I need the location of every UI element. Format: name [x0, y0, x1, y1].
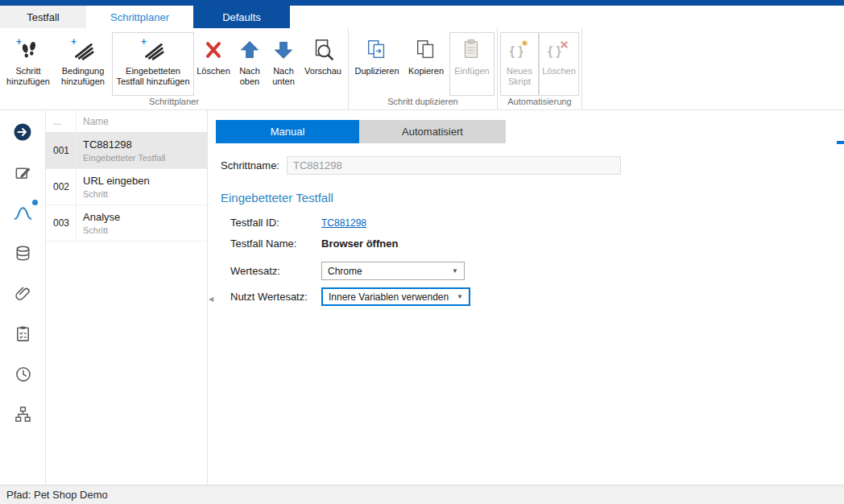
testfall-id-label: Testfall ID:	[230, 217, 321, 229]
column-header-num: ...	[46, 110, 77, 132]
step-name: URL eingeben	[83, 175, 201, 187]
testfall-id-link[interactable]: TC881298	[321, 217, 366, 229]
steps-list-header: ... Name	[46, 110, 207, 133]
new-script-button: { } ✱ Neues Skript	[500, 32, 539, 96]
svg-text:{ }: { }	[548, 44, 561, 58]
attachment-icon	[14, 284, 32, 303]
chevron-down-icon: ▼	[457, 293, 463, 300]
title-bar-strip	[0, 0, 844, 6]
button-label: Schritt hinzufügen	[5, 66, 52, 87]
tab-testfall[interactable]: Testfall	[0, 6, 86, 28]
sidebar-item-go[interactable]	[10, 122, 35, 143]
steps-list-panel: ... Name 001 TC881298 Eingebetteter Test…	[46, 110, 208, 485]
sidebar-item-data[interactable]	[10, 242, 35, 263]
group-label-automatisierung: Automatisierung	[500, 96, 579, 109]
steps-curve-icon	[13, 203, 33, 223]
step-name: TC881298	[83, 138, 201, 151]
wertesatz-selected-value: Chrome	[328, 266, 362, 277]
move-down-button[interactable]: Nach unten	[267, 32, 300, 96]
delete-script-button: { } Löschen	[539, 32, 579, 96]
svg-text:+: +	[16, 38, 22, 48]
sidebar-item-checklist[interactable]	[10, 323, 35, 344]
button-label: Einfügen	[454, 66, 489, 76]
testfall-name-value: Browser öffnen	[321, 238, 398, 250]
step-type: Schritt	[83, 189, 201, 199]
step-type: Schritt	[83, 225, 201, 235]
duplicate-icon	[365, 35, 389, 64]
tab-schrittplaner[interactable]: Schrittplaner	[86, 6, 193, 28]
add-step-button[interactable]: + Schritt hinzufügen	[2, 32, 54, 96]
tab-manual[interactable]: Manual	[216, 120, 359, 143]
go-arrow-icon	[13, 122, 32, 142]
status-path-text: Pfad: Pet Shop Demo	[6, 489, 108, 501]
button-label: Kopieren	[408, 66, 444, 76]
copy-icon	[414, 35, 438, 64]
button-label: Duplizieren	[354, 66, 399, 76]
edit-icon	[14, 163, 32, 182]
sidebar-item-history[interactable]	[10, 363, 35, 384]
step-type: Eingebetteter Testfall	[83, 153, 201, 163]
copy-button[interactable]: Kopieren	[403, 32, 449, 96]
paste-button: Einfügen	[449, 32, 494, 96]
group-label-schritt-duplizieren: Schritt duplizieren	[351, 96, 494, 109]
sidebar-item-edit[interactable]	[10, 162, 35, 183]
ribbon-group-automatisierung: { } ✱ Neues Skript { } Löschen Automatis…	[498, 28, 582, 109]
tab-accent-mark	[837, 141, 844, 144]
add-embedded-testcase-icon: +	[141, 35, 165, 64]
splitter-collapse-arrow[interactable]: ◀	[209, 295, 213, 303]
left-icon-sidebar	[0, 110, 46, 485]
add-condition-ramp-icon: +	[71, 35, 95, 64]
column-header-name: Name	[77, 110, 207, 132]
delete-script-icon: { }	[547, 35, 571, 64]
add-condition-button[interactable]: + Bedingung hinzufügen	[54, 32, 112, 96]
preview-button[interactable]: Vorschau	[300, 32, 345, 96]
schrittname-input[interactable]	[287, 156, 621, 175]
arrow-up-icon	[238, 35, 261, 64]
add-embedded-testcase-button[interactable]: + Eingebetteten Testfall hinzufügen	[112, 32, 194, 96]
step-row-1[interactable]: 001 TC881298 Eingebetteter Testfall	[46, 133, 207, 169]
duplicate-button[interactable]: Duplizieren	[351, 32, 403, 96]
notification-dot	[32, 200, 38, 205]
step-detail-form: Schrittname: Eingebetteter Testfall Test…	[216, 156, 844, 306]
database-icon	[14, 244, 32, 262]
section-title-embedded-testcase: Eingebetteter Testfall	[221, 191, 844, 204]
arrow-down-icon	[272, 35, 295, 64]
svg-text:+: +	[71, 38, 77, 48]
sidebar-item-hierarchy[interactable]	[10, 403, 35, 424]
delete-step-button[interactable]: Löschen	[194, 32, 233, 96]
nutzt-wertesatz-dropdown[interactable]: Innere Variablen verwenden ▼	[321, 287, 470, 306]
button-label: Vorschau	[304, 66, 341, 76]
add-step-footprints-icon: +	[16, 35, 40, 64]
new-script-icon: { } ✱	[507, 35, 532, 64]
schrittname-label: Schrittname:	[221, 159, 287, 171]
button-label: Neues Skript	[503, 66, 536, 87]
button-label: Eingebetteten Testfall hinzufügen	[114, 66, 192, 87]
ribbon-toolbar: + Schritt hinzufügen + Bedi	[0, 28, 844, 110]
hierarchy-icon	[14, 405, 32, 423]
sidebar-item-attachments[interactable]	[10, 283, 35, 304]
nutzt-wertesatz-label: Nutzt Wertesatz:	[230, 291, 321, 303]
ribbon-group-schritt-duplizieren: Duplizieren Kopieren	[349, 28, 498, 109]
history-clock-icon	[14, 365, 32, 383]
move-up-button[interactable]: Nach oben	[233, 32, 267, 96]
button-label: Nach unten	[269, 66, 298, 87]
panel-splitter[interactable]: ◀	[208, 110, 216, 485]
svg-text:+: +	[141, 38, 147, 48]
paste-clipboard-icon	[460, 35, 484, 64]
detail-tab-bar: Manual Automatisiert	[216, 120, 844, 143]
step-detail-panel: Manual Automatisiert Schrittname: Eingeb…	[216, 110, 844, 485]
testfall-name-label: Testfall Name:	[230, 238, 321, 250]
step-row-2[interactable]: 002 URL eingeben Schritt	[46, 169, 207, 205]
svg-text:✱: ✱	[522, 39, 528, 48]
tab-automatisiert[interactable]: Automatisiert	[359, 120, 506, 143]
step-number: 002	[46, 169, 77, 204]
button-label: Löschen	[197, 66, 230, 76]
sidebar-item-schrittplaner[interactable]	[10, 202, 35, 223]
chevron-down-icon: ▼	[452, 267, 458, 275]
step-row-3[interactable]: 003 Analyse Schritt	[46, 205, 207, 242]
wertesatz-label: Wertesatz:	[230, 265, 321, 277]
tab-defaults[interactable]: Defaults	[193, 6, 290, 28]
preview-magnifier-icon	[311, 35, 335, 64]
main-area: ... Name 001 TC881298 Eingebetteter Test…	[0, 110, 844, 485]
wertesatz-dropdown[interactable]: Chrome ▼	[321, 262, 465, 280]
